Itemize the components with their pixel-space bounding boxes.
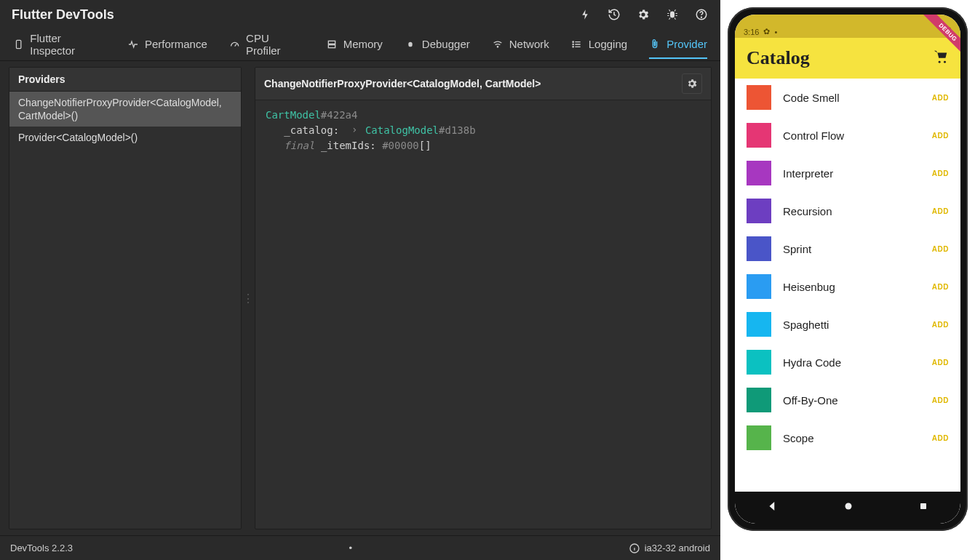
add-button[interactable]: ADD [932,132,949,140]
app-bar: Catalog [735,38,960,79]
svg-point-13 [944,61,946,63]
color-swatch [747,425,771,450]
add-button[interactable]: ADD [932,359,949,367]
catalog-item-label: Spaghetti [783,319,920,331]
svg-rect-4 [328,41,335,44]
footer-platform: ia32-32 android [645,543,710,553]
color-swatch [747,123,771,148]
add-button[interactable]: ADD [932,283,949,291]
svg-point-12 [939,61,941,63]
catalog-item[interactable]: Code SmellADD [735,79,960,116]
catalog-item-label: Control Flow [783,129,920,142]
devtools-tabs: Flutter Inspector Performance CPU Profil… [0,29,720,61]
svg-point-8 [573,41,573,42]
footer-version: DevTools 2.2.3 [10,543,73,553]
pulse-icon [127,39,139,50]
nav-back-button[interactable] [766,500,779,516]
cart-button[interactable] [933,49,949,68]
provider-item[interactable]: Provider<CatalogModel>() [9,127,241,148]
header-actions [578,7,709,22]
catalog-item[interactable]: InterpreterADD [735,154,960,192]
tab-label: Memory [343,38,383,50]
tree-row[interactable]: _catalog: › CatalogModel#d138b [266,123,701,138]
catalog-item-label: Recursion [783,205,920,217]
add-button[interactable]: ADD [932,169,949,177]
catalog-item[interactable]: Control FlowADD [735,116,960,154]
tab-debugger[interactable]: Debugger [405,31,470,59]
catalog-item[interactable]: ScopeADD [735,419,960,457]
catalog-item[interactable]: Hydra CodeADD [735,343,960,381]
catalog-item[interactable]: SpaghettiADD [735,305,960,343]
gauge-icon [229,39,240,50]
devtools-header: Flutter DevTools [0,0,720,29]
svg-rect-5 [328,44,335,47]
bolt-icon[interactable] [578,7,592,22]
svg-rect-6 [408,41,412,47]
catalog-item[interactable]: Off-By-OneADD [735,381,960,419]
help-icon[interactable] [694,7,709,22]
list-icon [571,39,583,50]
emulator-pane: DEBUG 3:16 ✿ • Catalog Code SmellADDCont… [720,0,975,560]
catalog-item[interactable]: HeisenbugADD [735,268,960,305]
nav-home-button[interactable] [842,500,855,516]
type-token: CartModel [266,109,321,121]
provider-detail-panel: ChangeNotifierProxyProvider<CatalogModel… [255,67,712,529]
detail-settings-button[interactable] [682,73,702,94]
svg-rect-3 [16,40,20,48]
catalog-item-label: Interpreter [783,167,920,180]
tab-label: Flutter Inspector [30,32,106,57]
catalog-item[interactable]: RecursionADD [735,192,960,230]
app-bar-title: Catalog [747,47,810,69]
detail-panel-header: ChangeNotifierProxyProvider<CatalogModel… [255,68,711,100]
tab-logging[interactable]: Logging [571,31,627,59]
tab-memory[interactable]: Memory [326,31,383,59]
attach-icon [649,39,661,50]
add-button[interactable]: ADD [932,396,949,404]
tab-label: Provider [666,38,707,50]
devtools-window: Flutter DevTools Flutter Inspector [0,0,720,560]
tab-label: Logging [589,38,627,50]
field-key: _itemIds: [321,140,376,151]
hash-token: #422a4 [321,109,358,121]
add-button[interactable]: ADD [932,434,949,442]
catalog-item[interactable]: SprintADD [735,230,960,268]
color-swatch [747,161,771,185]
add-button[interactable]: ADD [932,245,949,253]
value-token: [] [419,140,431,151]
add-button[interactable]: ADD [932,321,949,329]
tab-provider[interactable]: Provider [649,31,707,59]
phone-frame: DEBUG 3:16 ✿ • Catalog Code SmellADDCont… [728,7,968,531]
providers-list: ChangeNotifierProxyProvider<CatalogModel… [9,92,241,529]
color-swatch [747,312,771,337]
bug2-icon [405,39,416,50]
panel-resize-handle[interactable]: ⋮ [244,67,252,529]
wifi-icon [492,39,504,50]
tab-label: Performance [145,38,207,50]
tab-network[interactable]: Network [492,31,549,59]
gear-icon [686,78,698,89]
type-token: CatalogModel [365,124,439,136]
color-swatch [747,85,771,110]
catalog-item-label: Hydra Code [783,356,920,369]
app-title: Flutter DevTools [12,7,114,23]
devtools-body: Providers ChangeNotifierProxyProvider<Ca… [0,61,720,535]
tab-flutter-inspector[interactable]: Flutter Inspector [13,25,106,65]
settings-icon[interactable] [636,7,650,22]
add-button[interactable]: ADD [932,207,949,215]
phone-icon [13,39,24,50]
svg-point-9 [573,44,573,44]
tab-performance[interactable]: Performance [127,31,207,59]
stack-icon [326,39,338,50]
hash-token: #d138b [439,124,476,136]
provider-item[interactable]: ChangeNotifierProxyProvider<CatalogModel… [9,92,241,127]
history-icon[interactable] [607,7,621,22]
catalog-list[interactable]: Code SmellADDControl FlowADDInterpreterA… [735,79,960,492]
devtools-footer: DevTools 2.2.3 • ia32-32 android [0,535,720,560]
nav-recent-button[interactable] [918,500,929,515]
svg-point-14 [845,503,852,510]
bug-icon[interactable] [665,7,680,22]
tree-row[interactable]: final _itemIds: #00000[] [266,138,701,153]
tree-row[interactable]: CartModel#422a4 [266,108,701,123]
tab-cpu-profiler[interactable]: CPU Profiler [229,25,304,65]
add-button[interactable]: ADD [932,94,949,102]
